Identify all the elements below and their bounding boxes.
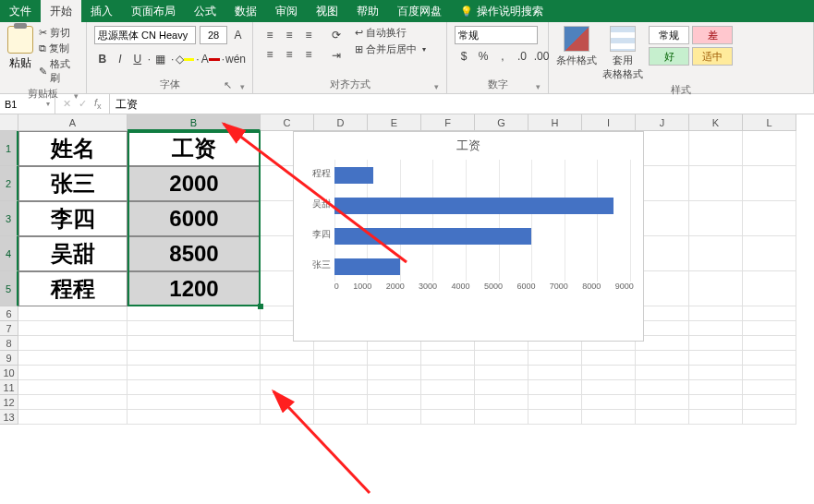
cell-A10[interactable] — [18, 366, 128, 380]
menu-insert[interactable]: 插入 — [81, 0, 122, 22]
row-header-12[interactable]: 12 — [0, 395, 18, 410]
style-normal[interactable]: 常规 — [649, 26, 689, 44]
align-right[interactable]: ≡ — [299, 45, 318, 64]
align-top[interactable]: ≡ — [261, 26, 279, 44]
cell-K3[interactable] — [689, 201, 743, 236]
cell-L6[interactable] — [743, 306, 796, 321]
style-good[interactable]: 好 — [649, 47, 689, 66]
copy-button[interactable]: ⧉复制 — [39, 42, 79, 55]
cell-D9[interactable] — [314, 351, 368, 366]
conditional-format-button[interactable]: 条件格式 — [556, 26, 597, 67]
cell-K13[interactable] — [689, 410, 743, 425]
cell-H9[interactable] — [528, 351, 582, 366]
cell-A3[interactable]: 李四 — [18, 201, 128, 236]
font-name-combo[interactable] — [94, 26, 196, 44]
cell-H13[interactable] — [528, 410, 582, 425]
cell-A2[interactable]: 张三 — [18, 166, 128, 201]
cell-I12[interactable] — [582, 395, 636, 410]
cell-A4[interactable]: 吴甜 — [18, 236, 128, 271]
grow-font-button[interactable]: A — [231, 26, 245, 44]
row-header-4[interactable]: 4 — [0, 236, 18, 271]
alignment-launcher[interactable]: ▾ — [434, 82, 439, 91]
cell-G11[interactable] — [475, 380, 528, 395]
cell-K2[interactable] — [689, 166, 743, 201]
cell-E11[interactable] — [368, 380, 421, 395]
format-painter-button[interactable]: ✎格式刷 — [39, 57, 79, 85]
col-header-C[interactable]: C — [261, 114, 314, 131]
selection-handle[interactable] — [258, 304, 263, 309]
cell-A6[interactable] — [18, 306, 128, 321]
cell-J13[interactable] — [636, 410, 689, 425]
decrease-decimal[interactable]: .00 — [532, 47, 551, 66]
col-header-G[interactable]: G — [475, 114, 528, 131]
cell-B11[interactable] — [128, 380, 261, 395]
cell-K12[interactable] — [689, 395, 743, 410]
cell-F9[interactable] — [421, 351, 475, 366]
col-header-H[interactable]: H — [528, 114, 582, 131]
cell-G10[interactable] — [475, 366, 528, 380]
wrap-text-button[interactable]: ↩自动换行 — [355, 26, 426, 40]
cell-B5[interactable]: 1200 — [128, 271, 261, 306]
cell-B7[interactable] — [128, 321, 261, 336]
embedded-chart[interactable]: 工资 程程吴甜李四张三01000200030004000500060007000… — [293, 131, 644, 342]
cell-L4[interactable] — [743, 236, 796, 271]
menu-review[interactable]: 审阅 — [266, 0, 307, 22]
cell-L11[interactable] — [743, 380, 796, 395]
accounting-button[interactable]: $ — [455, 47, 473, 66]
row-header-11[interactable]: 11 — [0, 380, 18, 395]
cell-L13[interactable] — [743, 410, 796, 425]
style-bad[interactable]: 差 — [692, 26, 733, 44]
col-header-D[interactable]: D — [314, 114, 368, 131]
cell-F11[interactable] — [421, 380, 475, 395]
spreadsheet-grid[interactable]: ABCDEFGHIJKL 12345678910111213 姓名工资张三200… — [0, 114, 814, 502]
cell-L12[interactable] — [743, 395, 796, 410]
row-header-2[interactable]: 2 — [0, 166, 18, 201]
cell-C9[interactable] — [261, 351, 314, 366]
col-header-F[interactable]: F — [421, 114, 475, 131]
cell-H12[interactable] — [528, 395, 582, 410]
font-launcher[interactable]: ▾ — [240, 82, 245, 91]
col-header-B[interactable]: B — [128, 114, 261, 131]
menu-data[interactable]: 数据 — [225, 0, 266, 22]
cell-A1[interactable]: 姓名 — [18, 131, 128, 166]
paste-button[interactable]: 粘贴 — [7, 26, 33, 71]
cell-J10[interactable] — [636, 366, 689, 380]
cell-J11[interactable] — [636, 380, 689, 395]
align-left[interactable]: ≡ — [261, 45, 279, 64]
number-launcher[interactable]: ▾ — [536, 82, 541, 91]
number-format-combo[interactable] — [455, 26, 538, 44]
cell-D12[interactable] — [314, 395, 368, 410]
enter-formula-icon[interactable]: ✓ — [79, 98, 87, 110]
cell-E10[interactable] — [368, 366, 421, 380]
cell-G9[interactable] — [475, 351, 528, 366]
font-size-combo[interactable] — [200, 26, 227, 44]
cell-F12[interactable] — [421, 395, 475, 410]
cell-K9[interactable] — [689, 351, 743, 366]
cell-L2[interactable] — [743, 166, 796, 201]
bold-button[interactable]: B — [94, 50, 111, 68]
cell-C11[interactable] — [261, 380, 314, 395]
cell-L9[interactable] — [743, 351, 796, 366]
cell-H11[interactable] — [528, 380, 582, 395]
select-all-corner[interactable] — [0, 114, 18, 131]
indent-button[interactable]: ⇥ — [327, 46, 346, 65]
cell-A11[interactable] — [18, 380, 128, 395]
cell-A5[interactable]: 程程 — [18, 271, 128, 306]
cell-K11[interactable] — [689, 380, 743, 395]
cell-I13[interactable] — [582, 410, 636, 425]
cell-E9[interactable] — [368, 351, 421, 366]
italic-button[interactable]: I — [112, 50, 128, 68]
cell-C12[interactable] — [261, 395, 314, 410]
fx-icon[interactable]: fx — [94, 97, 102, 111]
cell-B6[interactable] — [128, 306, 261, 321]
col-header-E[interactable]: E — [368, 114, 421, 131]
orientation-button[interactable]: ⟳ — [327, 26, 346, 44]
cell-K6[interactable] — [689, 306, 743, 321]
cell-J12[interactable] — [636, 395, 689, 410]
col-header-A[interactable]: A — [18, 114, 128, 131]
cell-B10[interactable] — [128, 366, 261, 380]
cell-I10[interactable] — [582, 366, 636, 380]
cell-L5[interactable] — [743, 271, 796, 306]
format-as-table-button[interactable]: 套用 表格格式 — [602, 26, 643, 81]
cell-G13[interactable] — [475, 410, 528, 425]
